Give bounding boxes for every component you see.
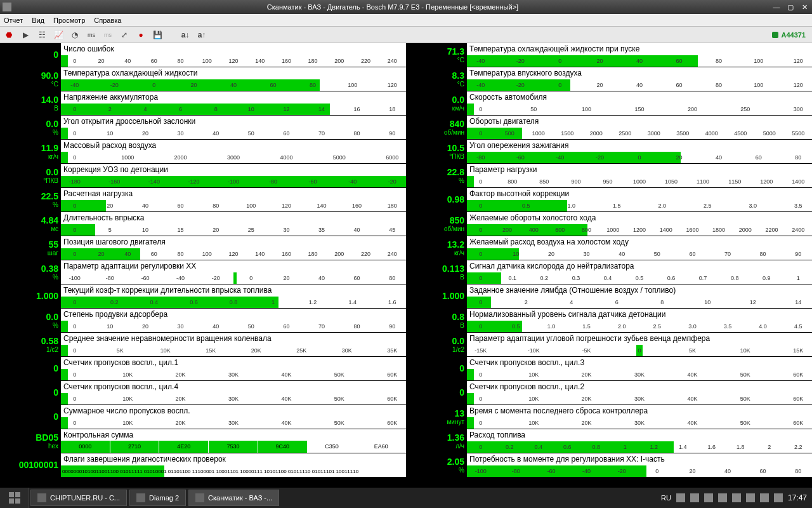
tray-icon[interactable]: [704, 493, 713, 502]
param-name: Температура впускного воздуха: [467, 67, 812, 79]
menu-view[interactable]: Вид: [32, 17, 44, 24]
param-name: Текущий коэф-т коррекции длительности вп…: [61, 284, 406, 297]
param-row[interactable]: 1.36л/чРасход топлива00.20.40.60.811.21.…: [406, 429, 812, 453]
param-row[interactable]: 14.0ВНапряжение аккумулятора024681012141…: [0, 91, 406, 116]
taskbar-task[interactable]: Сканматик - ВАЗ -...: [188, 490, 279, 506]
param-row[interactable]: 0.98Фактор высотной коррекции00.51.01.52…: [406, 188, 812, 212]
param-value: 0.8В: [406, 309, 467, 332]
connection-status: A44371: [772, 31, 809, 39]
lang-indicator[interactable]: RU: [661, 494, 671, 502]
param-row[interactable]: 0.8ВНормализованный уровень сигнала датч…: [406, 309, 812, 333]
param-row[interactable]: 90.0°CТемпература охлаждающей жидкости-4…: [0, 67, 406, 91]
param-bar: 0500100015002000250030003500400045005000…: [467, 128, 812, 139]
param-row[interactable]: 2.05%Потребность в моменте для регулиров…: [406, 453, 812, 478]
param-row[interactable]: 0.113ВСигнал датчика кислорода до нейтра…: [406, 260, 812, 284]
record-icon[interactable]: ●: [134, 29, 147, 41]
gauge-icon[interactable]: ◔: [69, 29, 81, 41]
window-title: Сканматик - ВАЗ - Двигатель - Bosch M7.9…: [14, 3, 771, 11]
chart-icon[interactable]: 📈: [52, 29, 65, 41]
param-row[interactable]: BD05hexКонтрольная сумма000027104E207530…: [0, 429, 406, 453]
ms-icon[interactable]: ms: [85, 29, 98, 41]
param-row[interactable]: 0.0%Угол открытия дроссельной заслонки01…: [0, 116, 406, 140]
tray-icon[interactable]: [732, 493, 741, 502]
expand-icon[interactable]: ⤢: [118, 29, 131, 41]
param-row[interactable]: 0Счетчик пропусков воспл., цил.2010K20K3…: [406, 381, 812, 405]
sort-down-icon[interactable]: a↓: [179, 29, 192, 41]
maximize-button[interactable]: ▢: [785, 3, 796, 11]
list-icon[interactable]: ☷: [36, 29, 48, 41]
param-row[interactable]: 0.0°ПКВКоррекция УОЗ по детонации-180-16…: [0, 164, 406, 188]
param-row[interactable]: 0.0%Степень продувки адсорбера0102030405…: [0, 309, 406, 333]
param-row[interactable]: 4.84мсДлительность впрыска05101520253035…: [0, 212, 406, 236]
play-icon[interactable]: ▶: [19, 29, 32, 41]
param-row[interactable]: 0.0км/чСкорость автомобиля05010015020025…: [406, 91, 812, 116]
param-row[interactable]: 71.3°CТемпература охлаждающей жидкости п…: [406, 43, 812, 67]
taskbar: CHIPTUNER.RU - C...Diamag 2Сканматик - В…: [0, 488, 812, 508]
menu-report[interactable]: Отчет: [4, 17, 23, 24]
param-bar: 010K20K30K40K50K60K: [467, 417, 812, 429]
param-bar: 0200400600800100012001400160018002000220…: [467, 224, 812, 236]
param-value: 2.05%: [406, 453, 467, 477]
stop-icon[interactable]: ⬣: [3, 29, 15, 41]
tray-icon[interactable]: [760, 493, 769, 502]
param-value: 10.5°ПКВ: [406, 140, 467, 163]
param-bar: 020406080100120140160180200220240: [61, 248, 406, 260]
close-button[interactable]: ✕: [799, 3, 809, 11]
taskbar-task[interactable]: Diamag 2: [129, 490, 186, 506]
param-row[interactable]: 840об/минОбороты двигателя05001000150020…: [406, 116, 812, 140]
param-value: 8.3°C: [406, 67, 467, 91]
menu-help[interactable]: Справка: [94, 17, 121, 24]
param-value: 0: [0, 357, 61, 380]
param-row[interactable]: 0Счетчик пропусков воспл., цил.4010K20K3…: [0, 381, 406, 405]
param-value: 22.5%: [0, 188, 61, 211]
param-bar: 00.20.40.60.811.21.41.61.822.2: [467, 441, 812, 453]
param-row[interactable]: 22.8%Параметр нагрузки080085090095010001…: [406, 164, 812, 188]
param-row[interactable]: 8.3°CТемпература впускного воздуха-40-20…: [406, 67, 812, 91]
param-row[interactable]: 10.5°ПКВУгол опережения зажигания-80-60-…: [406, 140, 812, 164]
clock[interactable]: 17:47: [788, 493, 807, 502]
param-name: Обороты двигателя: [467, 116, 812, 128]
tray-icon[interactable]: [690, 493, 699, 502]
param-name: Суммарное число пропусков воспл.: [61, 405, 406, 417]
param-row[interactable]: 13минутВремя с момента последнего сброса…: [406, 405, 812, 429]
param-name: Флаги завершения диагностических проверо…: [61, 453, 406, 465]
param-value: 0: [406, 381, 467, 404]
param-name: Желаемые обороты холостого хода: [467, 212, 812, 224]
volume-icon[interactable]: [774, 493, 783, 502]
status-dot-icon: [772, 32, 778, 38]
param-row[interactable]: 13.2кг/чЖелаемый расход воздуха на холос…: [406, 236, 812, 260]
param-row[interactable]: 0Счетчик пропусков воспл., цил.1010K20K3…: [0, 357, 406, 381]
param-name: Напряжение аккумулятора: [61, 91, 406, 104]
param-row[interactable]: 55шагПозиция шагового двигателя020406080…: [0, 236, 406, 260]
sort-up-icon[interactable]: a↑: [195, 29, 208, 41]
tray-icon[interactable]: [718, 493, 727, 502]
param-row[interactable]: 0.01/с2Параметр адаптации угловой погреш…: [406, 333, 812, 357]
tray-icon[interactable]: [676, 493, 685, 502]
param-row[interactable]: 850об/минЖелаемые обороты холостого хода…: [406, 212, 812, 236]
param-row[interactable]: 22.5%Расчетная нагрузка02040608010012014…: [0, 188, 406, 212]
param-row[interactable]: 0.38%Параметр адаптации регулировки XX-1…: [0, 260, 406, 284]
param-value: 11.9кг/ч: [0, 140, 61, 163]
tray-icon[interactable]: [746, 493, 755, 502]
taskbar-task[interactable]: CHIPTUNER.RU - C...: [30, 490, 127, 506]
param-row[interactable]: 0Счетчик пропусков воспл., цил.3010K20K3…: [406, 357, 812, 381]
param-name: Угол опережения зажигания: [467, 140, 812, 152]
param-bar: -40-20020406080100120: [61, 79, 406, 91]
param-row[interactable]: 0.581/с2Среднее значение неравномерности…: [0, 333, 406, 357]
param-row[interactable]: 1.000Текущий коэф-т коррекции длительнос…: [0, 284, 406, 309]
start-button[interactable]: [0, 488, 29, 508]
param-row[interactable]: 0Число ошибок020406080100120140160180200…: [0, 43, 406, 67]
param-value: 13.2кг/ч: [406, 236, 467, 260]
ms2-icon[interactable]: ms: [102, 29, 114, 41]
param-row[interactable]: 00100001Флаги завершения диагностических…: [0, 453, 406, 478]
param-row[interactable]: 1.000Заданное значение лямбда (Отношение…: [406, 284, 812, 309]
param-row[interactable]: 11.9кг/чМассовый расход воздуха010002000…: [0, 140, 406, 164]
param-bar: 050100150200250300: [467, 104, 812, 115]
minimize-button[interactable]: —: [771, 3, 782, 11]
param-value: 1.36л/ч: [406, 429, 467, 453]
param-row[interactable]: 0Суммарное число пропусков воспл.010K20K…: [0, 405, 406, 429]
save-icon[interactable]: 💾: [151, 29, 164, 41]
param-name: Счетчик пропусков воспл., цил.2: [467, 381, 812, 393]
param-name: Параметр адаптации регулировки XX: [61, 260, 406, 272]
menu-browse[interactable]: Просмотр: [53, 17, 85, 24]
